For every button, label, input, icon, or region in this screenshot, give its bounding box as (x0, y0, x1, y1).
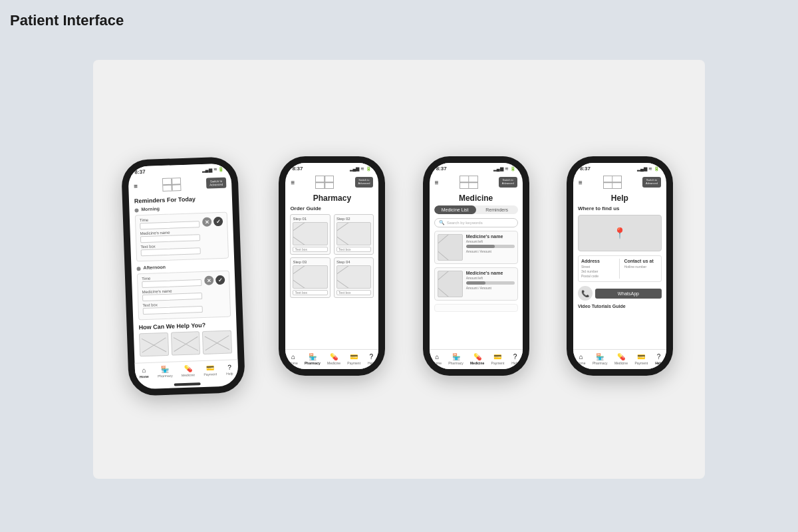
med-amount-label-2: Amount left (466, 276, 515, 280)
search-placeholder-3: Search by keywords (447, 221, 483, 225)
morning-dot (135, 208, 139, 212)
nav-pharmacy-1[interactable]: 🏪 Pharmacy (158, 364, 173, 378)
map-pin-icon: 📍 (613, 227, 626, 239)
status-bar-2: 8:37 ▂▄▆ ≋ 🔋 (285, 163, 378, 173)
payment-icon-4: 💳 (637, 352, 645, 360)
nav-help-1[interactable]: ? Help (225, 362, 234, 375)
afternoon-card: Time Medicine's name Text box ✕ ✓ (137, 270, 231, 320)
nav-medicine-3[interactable]: 💊 Medicine (470, 352, 484, 365)
hamburger-icon-3[interactable]: ≡ (435, 179, 439, 186)
switch-btn-4[interactable]: Switch toAdvanced (642, 177, 661, 188)
nav-help-2[interactable]: ? Help (367, 352, 375, 365)
home-icon-3: ⌂ (433, 352, 441, 360)
help-thumb-3[interactable] (202, 330, 232, 354)
pharmacy-body: Pharmacy Order Guide Step 01 Text box St… (285, 192, 378, 349)
step-03-textbox[interactable]: Text box (293, 290, 328, 295)
switch-btn-1[interactable]: Switch toAdvanced (206, 177, 227, 189)
payment-icon-3: 💳 (493, 352, 501, 360)
status-bar-3: 8:37 ▂▄▆ ≋ 🔋 (430, 163, 523, 173)
afternoon-dot (137, 267, 141, 271)
step-04-thumb (336, 265, 372, 289)
tab-medicine-list[interactable]: Medicine List (434, 205, 476, 214)
nav-payment-3[interactable]: 💳 Payment (491, 352, 505, 365)
help-thumb-1[interactable] (139, 332, 169, 356)
hamburger-icon-4[interactable]: ≡ (579, 179, 583, 186)
switch-btn-3[interactable]: Switch toAdvanced (499, 177, 517, 188)
cancel-morning[interactable]: ✕ (202, 217, 211, 226)
nav-pharmacy-4[interactable]: 🏪 Pharmacy (593, 352, 608, 365)
nav-medicine-1[interactable]: 💊 Medicine (182, 364, 196, 377)
phone-home: 8:37 ▂▄▆ ≋ 🔋 ≡ Switch toAdvanced Reminde… (121, 156, 245, 396)
nav-medicine-2[interactable]: 💊 Medicine (327, 352, 340, 365)
medicine-search[interactable]: 🔍 Search by keywords (434, 218, 518, 227)
progress-fill-2 (466, 281, 485, 285)
canvas-area: 8:37 ▂▄▆ ≋ 🔋 ≡ Switch toAdvanced Reminde… (93, 60, 705, 479)
help-icon-2: ? (367, 352, 375, 360)
medicine-title: Medicine (434, 194, 518, 203)
nav-payment-4[interactable]: 💳 Payment (634, 352, 648, 365)
medicine-card-2[interactable]: Medicine's name Amount left Amount / Amo… (434, 267, 518, 301)
call-button[interactable]: 📞 (578, 286, 593, 301)
tab-reminders[interactable]: Reminders (476, 205, 518, 214)
med-amount-text-2: Amount / Amount (466, 286, 515, 290)
confirm-afternoon[interactable]: ✓ (215, 275, 225, 284)
help-thumbnails (139, 330, 232, 356)
nav-home-2[interactable]: ⌂ Home (289, 352, 297, 365)
address-contact-section: Address Street 3rd number Postal code Co… (578, 255, 662, 282)
step-01-card: Step 01 Text box (290, 214, 331, 255)
progress-bar-2 (466, 281, 515, 285)
hamburger-icon-2[interactable]: ≡ (291, 179, 295, 186)
pharmacy-title: Pharmacy (290, 194, 374, 203)
where-title: Where to find us (578, 205, 662, 211)
step-01-thumb (293, 222, 328, 245)
nav-help-4[interactable]: ? Help (655, 352, 663, 365)
medicine-tabs: Medicine List Reminders (434, 205, 518, 214)
nav-payment-2[interactable]: 💳 Payment (347, 352, 360, 365)
nav-medicine-4[interactable]: 💊 Medicine (614, 352, 628, 365)
nav-home-4[interactable]: ⌂ Home (577, 352, 585, 365)
med-thumb-2 (438, 271, 463, 297)
contact-title: Contact us at (624, 259, 658, 263)
help-thumb-2[interactable] (171, 331, 201, 356)
step-02-card: Step 02 Text box (334, 214, 374, 255)
switch-btn-2[interactable]: Switch toAdvanced (355, 177, 374, 188)
medicine-card-1[interactable]: Medicine's name Amount left Amount / Amo… (434, 231, 518, 264)
help-icon-1: ? (225, 362, 233, 370)
step-04-textbox[interactable]: Text box (336, 290, 372, 295)
steps-grid-bottom: Step 03 Text box Step 04 Text box (290, 257, 374, 298)
med-thumb-1 (438, 234, 463, 261)
payment-icon-1: 💳 (206, 363, 214, 371)
whatsapp-button[interactable]: WhatsApp (595, 289, 662, 299)
contact-col: Contact us at Hotline number (624, 259, 658, 279)
bottom-nav-1: ⌂ Home 🏪 Pharmacy 💊 Medicine 💳 Payment ? (135, 359, 239, 382)
logo-1 (162, 178, 182, 192)
cancel-afternoon[interactable]: ✕ (204, 275, 213, 285)
nav-payment-1[interactable]: 💳 Payment (203, 363, 217, 376)
medicine-icon-2: 💊 (330, 352, 338, 360)
med-name-1: Medicine's name (466, 234, 515, 239)
order-guide-title: Order Guide (290, 205, 374, 211)
nav-pharmacy-3[interactable]: 🏪 Pharmacy (448, 352, 464, 365)
payment-icon-2: 💳 (350, 352, 358, 360)
map-placeholder: 📍 (578, 215, 662, 251)
step-02-thumb (336, 222, 372, 245)
medicine-body: Medicine Medicine List Reminders 🔍 Searc… (430, 192, 523, 349)
nav-help-3[interactable]: ? Help (511, 352, 519, 365)
address-divider (619, 259, 620, 279)
nav-pharmacy-2[interactable]: 🏪 Pharmacy (305, 352, 321, 365)
pharmacy-icon-4: 🏪 (596, 352, 604, 360)
page-title: Patient Interface (10, 12, 124, 29)
step-02-textbox[interactable]: Text box (336, 247, 372, 252)
hamburger-icon-1[interactable]: ≡ (134, 182, 138, 189)
logo-4 (603, 176, 622, 189)
address-col: Address Street 3rd number Postal code (581, 259, 616, 279)
nav-home-3[interactable]: ⌂ Home (433, 352, 442, 365)
step-01-textbox[interactable]: Text box (293, 247, 328, 252)
phone-pharmacy: 8:37 ▂▄▆ ≋ 🔋 ≡ Switch toAdvanced Pharmac… (279, 156, 385, 376)
help-body: Help Where to find us 📍 Address Street 3… (573, 192, 666, 349)
pharmacy-icon-2: 🏪 (309, 352, 317, 360)
nav-home-1[interactable]: ⌂ Home (139, 365, 149, 378)
confirm-morning[interactable]: ✓ (213, 216, 223, 225)
contact-buttons: 📞 WhatsApp (578, 286, 662, 301)
home-screen-body: Reminders For Today Morning Time Medicin… (129, 192, 238, 362)
